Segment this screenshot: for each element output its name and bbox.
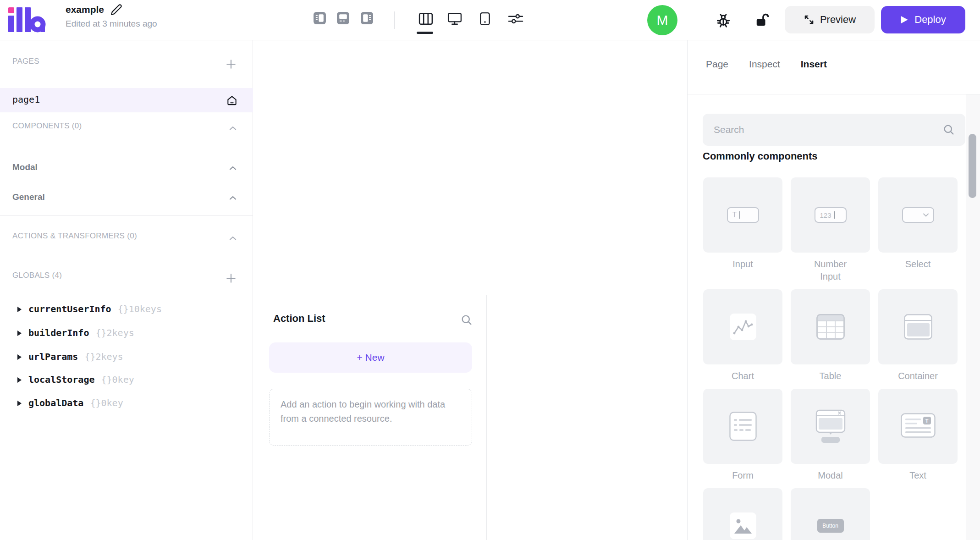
deploy-label: Deploy	[914, 14, 946, 26]
expand-arrow-icon[interactable]	[17, 401, 22, 406]
play-icon	[900, 15, 908, 24]
component-card-number-input[interactable]: 123 Number Input	[791, 177, 870, 283]
tab-page[interactable]: Page	[706, 59, 728, 70]
sliders-icon	[508, 13, 523, 25]
add-page-button[interactable]	[226, 59, 237, 70]
component-grid: T Input 123 Number Input	[703, 177, 960, 540]
illa-logo[interactable]	[7, 6, 46, 35]
columns-icon	[418, 12, 433, 26]
bottom-panel-icon	[337, 12, 349, 24]
chevron-up-icon	[228, 123, 238, 133]
home-icon	[226, 94, 238, 106]
global-item-globalData[interactable]: globalData{}0key	[0, 395, 253, 414]
global-meta: {}2keys	[84, 351, 123, 362]
app-title-block: example Edited at 3 minutes ago	[66, 4, 157, 29]
toggle-left-panel-button[interactable]	[314, 12, 326, 24]
component-card-container[interactable]: Container	[878, 289, 958, 382]
button-icon: Button	[817, 519, 844, 533]
component-thumb[interactable]	[703, 389, 782, 464]
chevron-down-icon	[923, 212, 929, 218]
right-panel-scrollbar-thumb[interactable]	[969, 134, 976, 198]
component-thumb[interactable]: T	[703, 177, 782, 253]
search-icon	[942, 123, 955, 136]
collapse-modal-group-button[interactable]	[228, 163, 238, 173]
actions-section-header: ACTIONS & TRANSFORMERS (0)	[12, 231, 137, 241]
modal-icon	[815, 409, 846, 443]
component-card-image[interactable]	[703, 488, 782, 540]
component-card-button[interactable]: Button	[791, 488, 870, 540]
right-panel-icon	[361, 12, 373, 24]
component-label: Select	[891, 258, 946, 270]
global-meta: {}2keys	[95, 327, 134, 338]
container-icon	[904, 314, 932, 340]
component-label: Table	[803, 370, 858, 382]
avatar[interactable]: M	[647, 5, 677, 35]
expand-arrow-icon[interactable]	[17, 331, 22, 336]
viewport-fluid-button[interactable]	[418, 12, 433, 26]
debug-button[interactable]	[715, 12, 732, 29]
expand-arrow-icon[interactable]	[17, 377, 22, 383]
global-item-builderInfo[interactable]: builderInfo{}2keys	[0, 325, 253, 344]
table-icon	[816, 314, 845, 340]
global-item-urlParams[interactable]: urlParams{}2keys	[0, 348, 253, 368]
toggle-bottom-panel-button[interactable]	[337, 12, 349, 24]
toggle-right-panel-button[interactable]	[361, 12, 373, 24]
page-name: page1	[12, 94, 40, 105]
component-search-input[interactable]	[714, 114, 934, 146]
expand-arrow-icon[interactable]	[17, 354, 22, 360]
component-group-general[interactable]: General	[12, 192, 45, 202]
viewport-desktop-button[interactable]	[447, 12, 462, 26]
global-item-currentUserInfo[interactable]: currentUserInfo{}10keys	[0, 301, 253, 320]
component-search-box	[703, 114, 965, 146]
viewport-tablet-button[interactable]	[479, 12, 491, 26]
preview-button[interactable]: Preview	[785, 6, 875, 33]
component-thumb[interactable]	[791, 289, 870, 364]
component-label: Chart	[716, 370, 771, 382]
global-item-localStorage[interactable]: localStorage{}0key	[0, 371, 253, 391]
component-card-chart[interactable]: Chart	[703, 289, 782, 382]
component-thumb[interactable]	[791, 389, 870, 464]
component-card-input[interactable]: T Input	[703, 177, 782, 283]
component-thumb[interactable]	[878, 289, 958, 364]
editor-canvas[interactable]	[253, 40, 687, 295]
component-group-modal[interactable]: Modal	[12, 162, 38, 172]
action-search-button[interactable]	[460, 314, 473, 326]
canvas-settings-button[interactable]	[508, 13, 523, 25]
component-thumb[interactable]: Button	[791, 488, 870, 540]
component-thumb[interactable]	[703, 488, 782, 540]
new-action-button[interactable]: + New	[269, 342, 472, 373]
component-thumb[interactable]: T	[878, 389, 958, 464]
tab-insert[interactable]: Insert	[801, 59, 827, 70]
collapse-general-group-button[interactable]	[228, 193, 238, 203]
edited-status: Edited at 3 minutes ago	[66, 19, 157, 29]
collapse-components-button[interactable]	[228, 123, 238, 133]
deploy-button[interactable]: Deploy	[881, 6, 965, 33]
collapse-actions-button[interactable]	[228, 233, 238, 243]
action-list-panel: Action List + New Add an action to begin…	[253, 295, 487, 540]
component-card-form[interactable]: Form	[703, 389, 782, 482]
page-item-page1[interactable]: page1	[0, 88, 253, 112]
component-card-select[interactable]: Select	[878, 177, 958, 283]
expand-arrow-icon[interactable]	[17, 307, 22, 312]
components-section-title: Commonly components	[703, 150, 818, 162]
component-thumb[interactable]	[878, 177, 958, 253]
component-thumb[interactable]	[703, 289, 782, 364]
preview-label: Preview	[820, 14, 856, 26]
right-panel-scrollbar-track[interactable]	[966, 94, 980, 540]
edit-title-pencil-icon[interactable]	[110, 4, 122, 16]
image-icon	[730, 512, 756, 539]
avatar-initial: M	[657, 12, 668, 28]
text-badge: T	[923, 417, 931, 424]
global-name: builderInfo	[28, 327, 89, 338]
lock-button[interactable]	[754, 12, 770, 28]
component-card-table[interactable]: Table	[791, 289, 870, 382]
component-card-modal[interactable]: Modal	[791, 389, 870, 482]
component-thumb[interactable]: 123	[791, 177, 870, 253]
plus-icon	[226, 273, 237, 284]
sidebar-divider	[0, 215, 253, 216]
add-global-button[interactable]	[226, 273, 237, 284]
tab-inspect[interactable]: Inspect	[749, 59, 780, 70]
expand-icon	[804, 14, 815, 25]
panel-border	[688, 94, 980, 94]
component-card-text[interactable]: T Text	[878, 389, 958, 482]
